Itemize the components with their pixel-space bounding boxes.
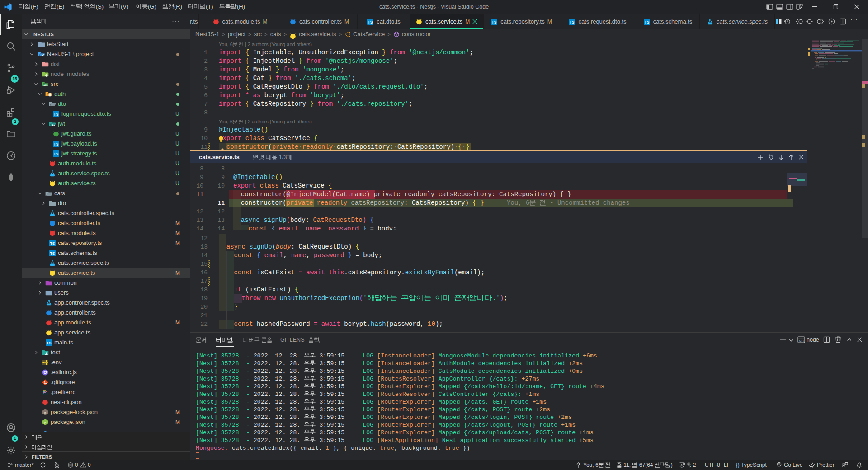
svg-text:js: js — [44, 411, 46, 414]
svg-text:</>: </> — [43, 84, 48, 87]
svg-text:TS: TS — [570, 20, 575, 24]
svg-text:TS: TS — [50, 241, 55, 246]
svg-text:TS: TS — [54, 152, 59, 156]
svg-text:TS: TS — [47, 341, 52, 345]
svg-text:js: js — [44, 421, 46, 424]
svg-text:TS: TS — [368, 20, 373, 24]
svg-text:TS: TS — [644, 20, 649, 24]
svg-text:TS: TS — [54, 142, 59, 146]
svg-text:TS: TS — [50, 251, 55, 256]
svg-text:TS: TS — [54, 112, 59, 117]
svg-text:TS: TS — [492, 20, 497, 24]
svg-text:C:\: C:\ — [799, 339, 804, 343]
